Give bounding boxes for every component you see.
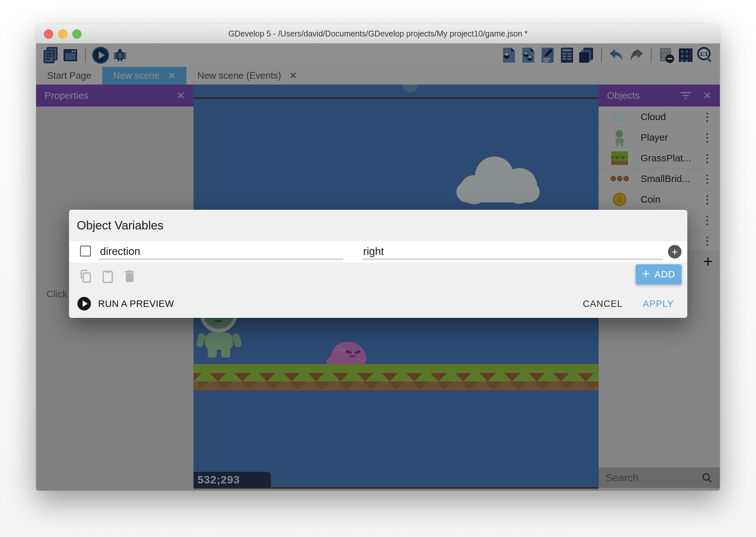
add-variable-button[interactable]: + ADD [636, 264, 682, 284]
paste-icon[interactable] [100, 268, 115, 284]
variable-checkbox[interactable] [80, 246, 91, 257]
gdevelop-window: GDevelop 5 - /Users/david/Documents/GDev… [36, 24, 720, 490]
cancel-button[interactable]: CANCEL [583, 299, 623, 309]
add-button-label: ADD [655, 269, 675, 280]
variable-name-input[interactable]: direction [99, 244, 343, 260]
dialog-header: Object Variables [69, 210, 687, 241]
variable-row: direction right + [69, 241, 687, 263]
dialog-title: Object Variables [77, 219, 164, 232]
object-variables-dialog: Object Variables direction right + + ADD [69, 210, 687, 318]
delete-icon[interactable] [122, 268, 137, 284]
minimize-window-button[interactable] [58, 29, 67, 39]
run-preview-label: RUN A PREVIEW [98, 299, 174, 309]
apply-button[interactable]: APPLY [643, 299, 674, 309]
dialog-toolbar [69, 263, 687, 289]
traffic-lights [44, 24, 82, 44]
play-preview-icon [77, 297, 91, 310]
titlebar: GDevelop 5 - /Users/david/Documents/GDev… [36, 24, 720, 44]
add-child-variable-button[interactable]: + [668, 245, 682, 259]
maximize-window-button[interactable] [72, 29, 82, 39]
run-preview-button[interactable]: RUN A PREVIEW [77, 297, 174, 310]
dialog-footer: RUN A PREVIEW CANCEL APPLY [69, 289, 687, 318]
plus-icon: + [642, 267, 650, 280]
close-window-button[interactable] [44, 29, 53, 39]
copy-icon[interactable] [78, 268, 94, 284]
desktop: GDevelop 5 - /Users/david/Documents/GDev… [0, 0, 756, 537]
variable-value-input[interactable]: right [362, 244, 663, 260]
window-title: GDevelop 5 - /Users/david/Documents/GDev… [228, 29, 528, 38]
